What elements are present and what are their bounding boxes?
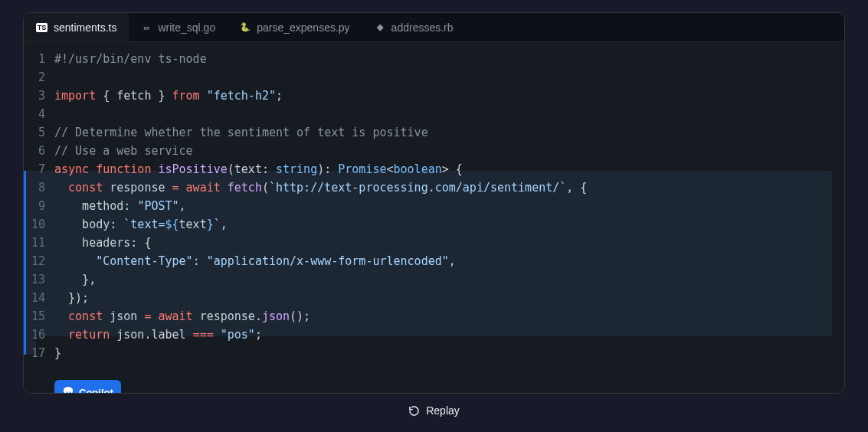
code-line: const json = await response.json(); (54, 307, 844, 326)
tab-parse_expenses-py[interactable]: 🐍parse_expenses.py (228, 13, 362, 41)
line-number: 13 (30, 270, 45, 289)
line-number: 4 (30, 105, 45, 123)
tab-bar: TSsentiments.ts∞write_sql.go🐍parse_expen… (24, 13, 844, 42)
replay-label: Replay (426, 404, 460, 417)
code-line (54, 105, 844, 123)
tab-sentiments-ts[interactable]: TSsentiments.ts (24, 13, 129, 41)
tab-write_sql-go[interactable]: ∞write_sql.go (129, 13, 228, 41)
line-number-gutter: 1234567891011121314151617 (24, 50, 54, 362)
go-icon: ∞ (141, 22, 152, 33)
code-line: method: "POST", (54, 197, 844, 215)
tab-label: addresses.rb (391, 21, 454, 34)
line-number: 1 (30, 50, 45, 68)
line-number: 3 (30, 87, 45, 105)
copilot-label: Copilot (79, 384, 113, 394)
tab-addresses-rb[interactable]: ◆addresses.rb (362, 13, 466, 41)
line-number: 9 (30, 197, 45, 215)
line-number: 11 (30, 234, 45, 252)
copilot-badge[interactable]: Copilot (54, 380, 121, 394)
code-line: // Determine whether the sentiment of te… (54, 123, 844, 142)
code-line (54, 68, 844, 87)
code-line: } (54, 344, 844, 362)
suggestion-highlight-tail (24, 336, 36, 355)
line-number: 14 (30, 289, 45, 307)
code-line: body: `text=${text}`, (54, 215, 844, 234)
line-number: 7 (30, 160, 45, 178)
code-line: headers: { (54, 234, 844, 252)
line-number: 6 (30, 142, 45, 160)
tab-label: write_sql.go (158, 21, 215, 34)
python-icon: 🐍 (240, 22, 251, 33)
code-line: const response = await fetch(`http://tex… (54, 178, 844, 197)
code-line: return json.label === "pos"; (54, 326, 844, 344)
code-line: import { fetch } from "fetch-h2"; (54, 87, 844, 105)
line-number: 5 (30, 123, 45, 142)
tab-label: sentiments.ts (54, 21, 116, 34)
line-number: 15 (30, 307, 45, 326)
line-number: 2 (30, 68, 45, 87)
tab-label: parse_expenses.py (257, 21, 349, 34)
code-line: }, (54, 270, 844, 289)
code-line: "Content-Type": "application/x-www-form-… (54, 252, 844, 270)
line-number: 10 (30, 215, 45, 234)
code-line: // Use a web service (54, 142, 844, 160)
ruby-icon: ◆ (375, 22, 385, 33)
line-number: 12 (30, 252, 45, 270)
code-line: #!/usr/bin/env ts-node (54, 50, 844, 68)
line-number: 8 (30, 178, 45, 197)
ts-icon: TS (36, 23, 47, 32)
code-area: 1234567891011121314151617 #!/usr/bin/env… (24, 42, 844, 393)
code-line: async function isPositive(text: string):… (54, 160, 844, 178)
code-line: }); (54, 289, 844, 307)
replay-button[interactable]: Replay (23, 404, 845, 417)
replay-icon (408, 405, 420, 417)
code-content[interactable]: #!/usr/bin/env ts-nodeimport { fetch } f… (54, 50, 844, 362)
copilot-icon (62, 387, 74, 394)
editor-container: TSsentiments.ts∞write_sql.go🐍parse_expen… (23, 12, 845, 394)
